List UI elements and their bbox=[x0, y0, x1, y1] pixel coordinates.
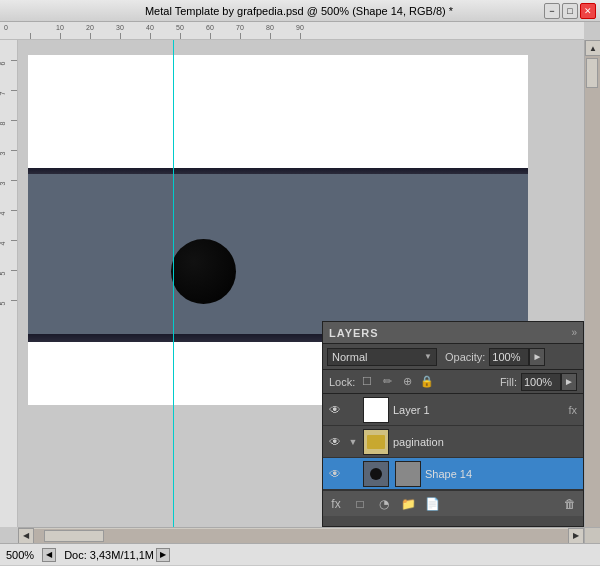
lock-label: Lock: bbox=[329, 376, 355, 388]
status-next-button[interactable]: ▶ bbox=[156, 548, 170, 562]
fill-label: Fill: bbox=[500, 376, 517, 388]
vertical-scrollbar[interactable]: ▲ ▼ bbox=[584, 40, 600, 543]
opacity-value-display: 100% bbox=[489, 348, 529, 366]
ruler-mark: 5 bbox=[0, 272, 6, 276]
minimize-button[interactable]: − bbox=[544, 3, 560, 19]
horizontal-scrollbar[interactable]: ◀ ▶ bbox=[18, 527, 584, 543]
folder-icon bbox=[367, 435, 385, 449]
scroll-thumb-horizontal[interactable] bbox=[44, 530, 104, 542]
scroll-right-button[interactable]: ▶ bbox=[568, 528, 584, 544]
lock-all-button[interactable]: 🔒 bbox=[419, 374, 435, 390]
ruler-mark: 50 bbox=[176, 24, 184, 31]
ruler-mark: 0 bbox=[4, 24, 8, 31]
ruler-mark: 80 bbox=[266, 24, 274, 31]
layers-expand-button[interactable]: » bbox=[571, 327, 577, 338]
layer-expand-icon[interactable]: ▼ bbox=[347, 436, 359, 448]
lock-position-button[interactable]: ⊕ bbox=[399, 374, 415, 390]
blend-mode-arrow-icon: ▼ bbox=[424, 352, 432, 361]
canvas-area: 0 10 20 30 40 50 60 70 80 90 6 7 bbox=[0, 22, 600, 565]
opacity-increment-button[interactable]: ► bbox=[529, 348, 545, 366]
scroll-thumb-vertical[interactable] bbox=[586, 58, 598, 88]
ruler-mark: 60 bbox=[206, 24, 214, 31]
layer-visibility-icon[interactable]: 👁 bbox=[327, 402, 343, 418]
lock-pixels-button[interactable]: ✏ bbox=[379, 374, 395, 390]
layer-thumbnail-layer1 bbox=[363, 397, 389, 423]
fill-increment-button[interactable]: ► bbox=[561, 373, 577, 391]
ruler-mark: 20 bbox=[86, 24, 94, 31]
ruler-mark: 70 bbox=[236, 24, 244, 31]
metal-body bbox=[28, 174, 528, 334]
ruler-mark: 40 bbox=[146, 24, 154, 31]
fill-value-display: 100% bbox=[521, 373, 561, 391]
add-style-button[interactable]: fx bbox=[327, 495, 345, 513]
ruler-mark: 10 bbox=[56, 24, 64, 31]
ruler-mark: 7 bbox=[0, 92, 6, 96]
blend-mode-value: Normal bbox=[332, 351, 367, 363]
new-layer-button[interactable]: 📄 bbox=[423, 495, 441, 513]
window-title: Metal Template by grafpedia.psd @ 500% (… bbox=[54, 5, 544, 17]
ruler-mark: 4 bbox=[0, 242, 6, 246]
shape14-thumb-bg bbox=[364, 462, 388, 486]
layers-blend-opacity-row: Normal ▼ Opacity: 100% ► bbox=[323, 344, 583, 370]
layer-thumb-content bbox=[364, 397, 388, 423]
status-bar: 500% ◀ Doc: 3,43M/11,1M ▶ bbox=[0, 543, 600, 565]
ruler-vertical: 6 7 8 3 3 4 4 5 5 bbox=[0, 40, 18, 527]
maximize-button[interactable]: □ bbox=[562, 3, 578, 19]
ruler-horizontal: 0 10 20 30 40 50 60 70 80 90 bbox=[0, 22, 584, 40]
ruler-mark: 30 bbox=[116, 24, 124, 31]
layer-row-pagination[interactable]: 👁 ▼ pagination bbox=[323, 426, 583, 458]
layers-panel-header: LAYERS » bbox=[323, 322, 583, 344]
ruler-mark: 5 bbox=[0, 302, 6, 306]
scroll-left-button[interactable]: ◀ bbox=[18, 528, 34, 544]
ruler-mark: 8 bbox=[0, 122, 6, 126]
window-controls[interactable]: − □ ✕ bbox=[544, 3, 596, 19]
layers-panel-title: LAYERS bbox=[329, 327, 379, 339]
layer-row-layer1[interactable]: 👁 Layer 1 fx bbox=[323, 394, 583, 426]
layer-visibility-icon[interactable]: 👁 bbox=[327, 466, 343, 482]
close-button[interactable]: ✕ bbox=[580, 3, 596, 19]
layers-lock-fill-row: Lock: ☐ ✏ ⊕ 🔒 Fill: 100% ► bbox=[323, 370, 583, 394]
status-doc-info: Doc: 3,43M/11,1M ▶ bbox=[64, 548, 170, 562]
ruler-mark: 3 bbox=[0, 182, 6, 186]
scroll-up-button[interactable]: ▲ bbox=[585, 40, 600, 56]
layer-fx-icon[interactable]: fx bbox=[568, 404, 577, 416]
shape14-thumb-circle bbox=[370, 468, 382, 480]
metal-circle bbox=[171, 239, 236, 304]
layers-panel: LAYERS » Normal ▼ Opacity: 100% ► bbox=[322, 321, 584, 527]
layers-list: 👁 Layer 1 fx 👁 ▼ pagination bbox=[323, 394, 583, 490]
scroll-track-vertical[interactable] bbox=[585, 56, 600, 527]
zoom-level: 500% bbox=[6, 549, 34, 561]
lock-transparent-button[interactable]: ☐ bbox=[359, 374, 375, 390]
opacity-label: Opacity: bbox=[445, 351, 485, 363]
layer-name-shape14: Shape 14 bbox=[425, 468, 579, 480]
layer-name-layer1: Layer 1 bbox=[393, 404, 564, 416]
scroll-track-horizontal[interactable] bbox=[34, 529, 568, 543]
layer-name-pagination: pagination bbox=[393, 436, 579, 448]
new-group-button[interactable]: 📁 bbox=[399, 495, 417, 513]
delete-layer-button[interactable]: 🗑 bbox=[561, 495, 579, 513]
ruler-mark: 6 bbox=[0, 62, 6, 66]
main-area: 0 10 20 30 40 50 60 70 80 90 6 7 bbox=[0, 22, 600, 565]
doc-size: Doc: 3,43M/11,1M bbox=[64, 549, 154, 561]
scroll-corner bbox=[584, 527, 600, 543]
ruler-mark: 90 bbox=[296, 24, 304, 31]
layer-visibility-icon[interactable]: 👁 bbox=[327, 434, 343, 450]
opacity-number: 100% bbox=[492, 351, 520, 363]
add-adjustment-button[interactable]: ◔ bbox=[375, 495, 393, 513]
ruler-mark: 4 bbox=[0, 212, 6, 216]
layer-thumbnail-shape14 bbox=[363, 461, 389, 487]
fill-number: 100% bbox=[524, 376, 552, 388]
title-bar: Metal Template by grafpedia.psd @ 500% (… bbox=[0, 0, 600, 22]
layers-toolbar: fx □ ◔ 📁 📄 🗑 bbox=[323, 490, 583, 516]
add-mask-button[interactable]: □ bbox=[351, 495, 369, 513]
layer-thumbnail-shape14-alt bbox=[395, 461, 421, 487]
blend-mode-dropdown[interactable]: Normal ▼ bbox=[327, 348, 437, 366]
status-prev-button[interactable]: ◀ bbox=[42, 548, 56, 562]
ruler-mark: 3 bbox=[0, 152, 6, 156]
layer-thumbnail-pagination bbox=[363, 429, 389, 455]
layer-row-shape14[interactable]: 👁 Shape 14 bbox=[323, 458, 583, 490]
